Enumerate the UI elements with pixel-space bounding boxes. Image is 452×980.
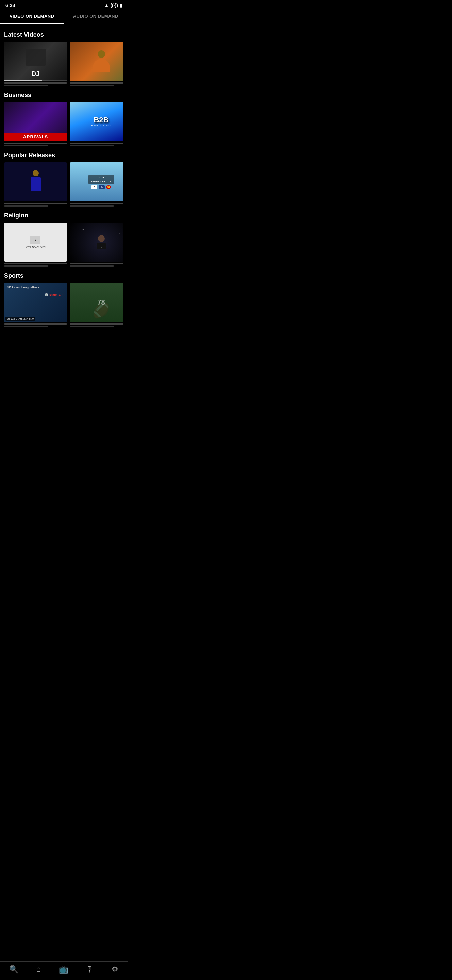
section-title-religion: Religion xyxy=(4,212,124,219)
video-title-bar xyxy=(70,82,124,84)
signal-icon: ▲ xyxy=(105,3,109,8)
video-title-bar xyxy=(4,323,67,325)
b2b-logo: B2B xyxy=(94,116,108,124)
video-subtitle-bar xyxy=(70,266,114,267)
video-title-bar xyxy=(4,82,67,84)
video-thumb-football[interactable]: 🏈 78 xyxy=(70,283,124,322)
status-bar: 6:28 ▲ ((·)) ▮ xyxy=(0,0,127,10)
section-religion: Religion ■ 4TH TEACHING xyxy=(4,212,124,267)
video-thumb-dj[interactable] xyxy=(4,42,67,81)
video-subtitle-bar xyxy=(4,326,48,327)
list-item[interactable]: 2021STATE CAPITOL A BV ✊ xyxy=(70,162,124,207)
teaching-monitor: ■ xyxy=(30,236,40,244)
status-time: 6:28 xyxy=(5,3,15,8)
arrivals-label: ARRIVALS xyxy=(4,133,67,141)
video-thumb-monk[interactable] xyxy=(70,42,124,81)
tab-audio-on-demand[interactable]: AUDIO ON DEMAND xyxy=(64,10,128,24)
list-item[interactable] xyxy=(4,162,67,207)
nba-score: GS 124 UTAH 123 4th ↓0 xyxy=(5,317,35,321)
video-thumb-preacher[interactable]: ✦ ✦ ✦ xyxy=(70,223,124,262)
video-thumb-presenter[interactable] xyxy=(4,162,67,202)
b2b-subtitle: Back 2 Black xyxy=(91,124,111,127)
video-row-sports: NBA.com/LeaguePass 🏢 StateFarm GS 124 UT… xyxy=(4,283,124,327)
list-item[interactable]: ARRIVALS xyxy=(4,102,67,146)
video-title-bar xyxy=(70,263,124,264)
video-thumb-arrivals[interactable]: ARRIVALS xyxy=(4,102,67,141)
teaching-text: 4TH TEACHING xyxy=(25,246,46,249)
football-number: 78 xyxy=(97,298,105,306)
list-item[interactable]: B2B Back 2 Black xyxy=(70,102,124,146)
video-subtitle-bar xyxy=(70,145,114,146)
section-title-latest-videos: Latest Videos xyxy=(4,31,124,38)
progress-bar xyxy=(4,80,42,81)
video-subtitle-bar xyxy=(4,145,48,146)
list-item[interactable] xyxy=(4,42,67,86)
state-capitol-text: 2021STATE CAPITOL xyxy=(89,175,114,184)
video-subtitle-bar xyxy=(70,326,114,327)
video-thumb-teaching[interactable]: ■ 4TH TEACHING xyxy=(4,223,67,262)
video-thumb-nba[interactable]: NBA.com/LeaguePass 🏢 StateFarm GS 124 UT… xyxy=(4,283,67,322)
section-popular-releases: Popular Releases xyxy=(4,152,124,207)
video-title-bar xyxy=(70,143,124,144)
video-title-bar xyxy=(4,143,67,144)
tab-bar: VIDEO ON DEMAND AUDIO ON DEMAND xyxy=(0,10,127,24)
main-content: Latest Videos xyxy=(0,27,127,360)
video-thumb-state-capitol[interactable]: 2021STATE CAPITOL A BV ✊ xyxy=(70,162,124,202)
list-item[interactable]: 🏈 78 xyxy=(70,283,124,327)
tab-video-on-demand[interactable]: VIDEO ON DEMAND xyxy=(0,10,64,24)
status-icons: ▲ ((·)) ▮ xyxy=(105,3,122,8)
video-subtitle-bar xyxy=(70,205,114,207)
list-item[interactable] xyxy=(70,42,124,86)
section-title-popular-releases: Popular Releases xyxy=(4,152,124,159)
state-capitol-logos: A BV ✊ xyxy=(89,185,114,189)
video-subtitle-bar xyxy=(4,205,48,207)
progress-bar-container xyxy=(4,80,67,81)
video-row-religion: ■ 4TH TEACHING xyxy=(4,223,124,267)
list-item[interactable]: ■ 4TH TEACHING xyxy=(4,223,67,267)
video-row-latest xyxy=(4,42,124,86)
video-subtitle-bar xyxy=(4,266,48,267)
section-business: Business ARRIVALS B2B Back 2 Black xyxy=(4,92,124,146)
section-title-sports: Sports xyxy=(4,272,124,279)
video-thumb-b2b[interactable]: B2B Back 2 Black xyxy=(70,102,124,141)
video-subtitle-bar xyxy=(70,85,114,86)
battery-icon: ▮ xyxy=(119,3,122,8)
video-row-business: ARRIVALS B2B Back 2 Black xyxy=(4,102,124,146)
video-title-bar xyxy=(4,263,67,264)
video-subtitle-bar xyxy=(4,85,48,86)
video-title-bar xyxy=(70,203,124,204)
video-title-bar xyxy=(70,323,124,325)
section-sports: Sports NBA.com/LeaguePass 🏢 StateFarm GS… xyxy=(4,272,124,327)
list-item[interactable]: ✦ ✦ ✦ xyxy=(70,223,124,267)
video-title-bar xyxy=(4,203,67,204)
wifi-icon: ((·)) xyxy=(110,3,118,8)
section-title-business: Business xyxy=(4,92,124,99)
video-row-popular: 2021STATE CAPITOL A BV ✊ xyxy=(4,162,124,207)
list-item[interactable]: NBA.com/LeaguePass 🏢 StateFarm GS 124 UT… xyxy=(4,283,67,327)
section-latest-videos: Latest Videos xyxy=(4,31,124,86)
